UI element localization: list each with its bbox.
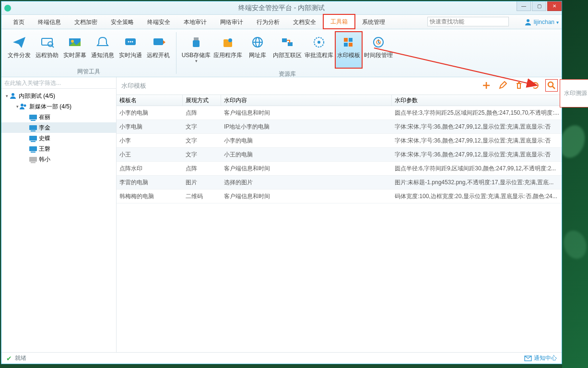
cell-params: 圆点半径:3,字符间距25,区域间距25,颜色:247,150,70,不透明度:… [392,106,562,119]
svg-rect-14 [223,39,228,42]
status-bar: ✔ 就绪 通知中心 [1,352,562,364]
tool-realtime-screen[interactable]: 实时屏幕 [61,32,89,66]
user-name: lijinchan [534,19,554,25]
expand-icon[interactable]: ▾ [15,104,20,109]
main-content: 水印模板 水印溯源 模板名 展现方式 水印内容 水印参数 小李的电脑点阵客户 [117,77,562,352]
tool-file-distribute[interactable]: 文件分发 [5,32,33,66]
menu-terminal-security[interactable]: 终端安全 [141,15,177,29]
pc-icon [29,115,37,119]
ribbon-group-netadmin: 文件分发 远程协助 实时屏幕 通知消息 实时沟通 远程开机 网管工具 [1,29,176,77]
cell-params: 字体:宋体,字号:36,颜色:247,99,12,显示位置:充满,置底显示:否 [392,120,562,133]
cell-name: 点阵水印 [117,162,183,175]
ribbon-group1-title: 网管工具 [1,66,176,77]
svg-rect-11 [194,37,199,40]
cell-name: 小李 [117,134,183,147]
tree-root[interactable]: ▾ 内部测试 (4/5) [1,91,116,101]
table-header: 模板名 展现方式 水印内容 水印参数 [117,95,562,106]
window-controls: — ▢ ✕ [516,1,562,11]
svg-point-7 [128,41,129,43]
menu-home[interactable]: 首页 [6,15,31,29]
tree-member[interactable]: 王磐 [1,143,116,154]
quick-search-input[interactable] [427,17,509,26]
col-params[interactable]: 水印参数 [392,95,562,106]
tool-remote-power[interactable]: 远程开机 [144,32,172,66]
tree-root-label: 内部测试 (4/5) [19,92,55,100]
svg-rect-23 [344,38,348,42]
org-tree: ▾ 内部测试 (4/5) ▾ 新媒体一部 (4/5) 崔丽 李金 史蝶 王磐 韩… [1,89,116,352]
menu-bar: 首页 终端信息 文档加密 安全策略 终端安全 本地审计 网络审计 行为分析 文档… [1,15,562,29]
ribbon-group-resource: USB存储库▾ 应用程序库 网址库 内部互联区 审批流程库 水印模板 时间段管理… [176,29,398,77]
tree-member[interactable]: 韩小 [1,154,116,165]
menu-security-policy[interactable]: 安全策略 [104,15,141,29]
col-display-mode[interactable]: 展现方式 [183,95,221,106]
cell-name: 李雷的电脑 [117,176,183,189]
users-icon [20,103,27,110]
check-icon: ✔ [6,355,12,362]
table-row[interactable]: 小李文字小李的电脑字体:宋体,字号:36,颜色:247,99,12,显示位置:充… [117,134,562,148]
tool-usb-storage[interactable]: USB存储库▾ [180,32,212,66]
menu-doc-security[interactable]: 文档安全 [286,15,323,29]
table-row[interactable]: 小李电脑文字IP地址小李的电脑字体:宋体,字号:36,颜色:247,99,12,… [117,120,562,134]
table-row[interactable]: 小李的电脑点阵客户端信息和时间圆点半径:3,字符间距25,区域间距25,颜色:2… [117,106,562,120]
cell-params: 字体:宋体,字号:36,颜色:247,99,12,显示位置:充满,置底显示:否 [392,148,562,161]
table-row[interactable]: 小王文字小王的电脑字体:宋体,字号:36,颜色:247,99,12,显示位置:充… [117,148,562,162]
title-bar: 终端安全管控平台 - 内部测试 — ▢ ✕ [1,1,562,15]
user-menu[interactable]: lijinchan ▾ [524,15,559,29]
close-button[interactable]: ✕ [547,1,562,11]
maximize-button[interactable]: ▢ [532,1,546,11]
content-actions [480,79,558,92]
tool-app-library[interactable]: 应用程序库 [212,32,244,66]
notification-center[interactable]: 通知中心 [524,354,557,362]
menu-system-manage[interactable]: 系统管理 [355,15,392,29]
tool-internal-zone[interactable]: 内部互联区 [271,32,303,66]
tool-remote-assist[interactable]: 远程协助 [33,32,61,66]
svg-point-5 [71,40,74,43]
body-area: 在此输入关键字筛选... ▾ 内部测试 (4/5) ▾ 新媒体一部 (4/5) … [1,77,562,352]
edit-button[interactable] [496,79,509,92]
tool-approval-flow[interactable]: 审批流程库 [303,32,335,66]
refresh-button[interactable] [529,79,541,92]
menu-terminal-info[interactable]: 终端信息 [31,15,68,29]
cell-mode: 点阵 [183,106,221,119]
sidebar-filter-input[interactable]: 在此输入关键字筛选... [1,77,116,89]
menu-behavior-analysis[interactable]: 行为分析 [250,15,286,29]
tool-watermark-template[interactable]: 水印模板 [335,31,363,69]
add-button[interactable] [480,79,493,92]
search-trace-button[interactable] [545,79,558,92]
cell-content: IP地址小李的电脑 [221,120,392,133]
tool-url-library[interactable]: 网址库 [244,32,271,66]
delete-button[interactable] [513,79,525,92]
cell-content: 客户端信息和时间 [221,106,392,119]
svg-rect-26 [349,43,353,47]
tree-group[interactable]: ▾ 新媒体一部 (4/5) [1,101,116,112]
col-template-name[interactable]: 模板名 [117,95,183,106]
menu-local-audit[interactable]: 本地审计 [177,15,213,29]
tool-realtime-chat[interactable]: 实时沟通 [117,32,144,66]
menu-doc-encrypt[interactable]: 文档加密 [68,15,104,29]
cell-name: 小王 [117,148,183,161]
tree-member[interactable]: 史蝶 [1,133,116,143]
table-row[interactable]: 李雷的电脑图片选择的图片图片:未标题-1.png4532.png,不透明度:17… [117,176,562,190]
menu-network-audit[interactable]: 网络审计 [213,15,250,29]
tool-notify[interactable]: 通知消息 [89,32,117,66]
table-row[interactable]: 点阵水印点阵客户端信息和时间圆点半径:6,字符间距9,区域间距30,颜色:247… [117,162,562,176]
minimize-button[interactable]: — [517,1,531,11]
tool-time-period[interactable]: 时间段管理 [363,32,394,66]
table-row[interactable]: 韩梅梅的电脑二维码客户端信息和时间码体宽度:100,边框宽度:20,显示位置:充… [117,190,562,203]
cell-content: 客户端信息和时间 [221,162,392,175]
expand-icon[interactable]: ▾ [4,94,9,98]
pc-icon [29,146,37,151]
status-text: 就绪 [15,354,26,362]
svg-point-15 [228,38,232,42]
cell-mode: 二维码 [183,190,221,203]
tree-member[interactable]: 李金 [1,122,116,133]
tree-member[interactable]: 崔丽 [1,112,116,122]
svg-point-9 [132,41,133,43]
cell-mode: 文字 [183,120,221,133]
col-content[interactable]: 水印内容 [221,95,392,106]
cell-params: 字体:宋体,字号:36,颜色:247,99,12,显示位置:充满,置底显示:否 [392,134,562,147]
menu-toolbox[interactable]: 工具箱 [323,14,355,29]
mail-icon [524,356,532,361]
caret-down-icon: ▾ [556,20,559,25]
svg-point-0 [527,19,529,22]
